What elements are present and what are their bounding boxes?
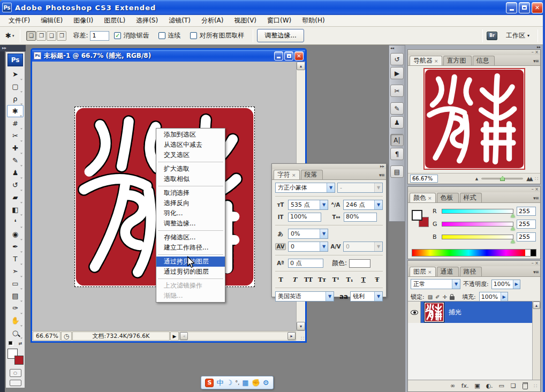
vertical-scale-input[interactable]: 100% (288, 213, 321, 222)
shape-tool[interactable]: ▭ (7, 277, 24, 290)
refine-edge-button[interactable]: 调整边缘... (257, 29, 304, 42)
context-menu-item[interactable]: 扩大选取 (156, 164, 225, 174)
tracking-select[interactable]: 0▼ (288, 242, 328, 252)
tab-close-icon[interactable]: × (428, 269, 432, 275)
anti-alias-checkbox[interactable]: ✓ 消除锯齿 (114, 31, 149, 40)
dock-collapse-icon[interactable]: ◂◂ (389, 46, 405, 51)
ime-settings[interactable]: ⚙ (263, 379, 269, 387)
ime-softkeyboard[interactable]: ▦ (242, 379, 248, 387)
menu-item[interactable]: 窗口(W) (262, 15, 297, 26)
subscript-button[interactable]: T₁ (345, 275, 354, 284)
lasso-tool[interactable]: ρ (7, 93, 24, 105)
lock-all-icon[interactable] (450, 296, 455, 300)
white-swatch[interactable] (525, 250, 531, 256)
channel-value-input[interactable] (517, 207, 536, 216)
link-layers-button[interactable]: ∞ (450, 382, 456, 389)
panel-window-controls[interactable]: – × (408, 261, 540, 266)
navigator-zoom-slider[interactable] (481, 178, 523, 179)
panel-window-controls[interactable]: – × (408, 50, 540, 55)
document-title-bar[interactable]: Ps 未标题-1 @ 66.7% (捕光, RGB/8) ✕ (32, 50, 305, 62)
context-menu-item[interactable]: 从选区中减去 (156, 140, 225, 150)
menu-item[interactable]: 滤镜(T) (163, 15, 196, 26)
resize-grip[interactable]: ∷ (297, 331, 305, 341)
layer-name[interactable]: 捕光 (449, 308, 461, 317)
move-tool[interactable]: ➤ (7, 68, 24, 80)
magic-wand-tool[interactable]: ✱ (7, 105, 24, 117)
tab-swatches[interactable]: 色板 (437, 193, 459, 202)
app-title-bar[interactable]: Ps Adobe Photoshop CS3 Extended ✕ (0, 0, 545, 15)
context-menu-item[interactable]: 取消选择 (156, 188, 225, 198)
lock-position-icon[interactable]: ✛ (443, 294, 447, 300)
marquee-tool[interactable]: ▢ (7, 80, 24, 93)
resize-grip[interactable]: ∷ (535, 176, 538, 182)
quick-mask-button[interactable] (10, 369, 21, 377)
actions-panel-button[interactable]: ▶ (390, 67, 404, 79)
zoom-in-icon[interactable]: ▲▲ (526, 176, 531, 182)
anti-alias-select[interactable]: 锐利▼ (350, 291, 383, 301)
pen-tool[interactable]: ✒ (7, 240, 24, 253)
tool-presets-panel-button[interactable]: ✂ (390, 85, 404, 97)
lock-paint-icon[interactable]: ✐ (435, 294, 440, 300)
slice-tool[interactable]: ✂ (7, 130, 24, 142)
underline-button[interactable]: T (359, 275, 368, 284)
notes-tool[interactable]: ▤ (7, 290, 24, 302)
superscript-button[interactable]: T¹ (331, 275, 340, 284)
context-menu-item[interactable]: 添加到选区 (156, 130, 225, 140)
layer-thumbnail[interactable] (424, 302, 444, 322)
context-menu-item[interactable]: 交叉选区 (156, 150, 225, 160)
tab-character[interactable]: 字符× (274, 170, 300, 179)
type-tool[interactable]: T (7, 253, 24, 265)
status-menu-arrow[interactable]: ▶ (170, 331, 179, 341)
layer-style-button[interactable]: fx. (461, 382, 469, 389)
dock-collapse-icon[interactable]: ▸▸ (405, 45, 543, 49)
checkbox[interactable]: ✓ (114, 32, 121, 39)
background-color-swatch[interactable] (14, 356, 24, 365)
spot-healing-tool[interactable]: ✚ (7, 142, 24, 154)
black-swatch[interactable] (531, 250, 536, 256)
zoom-tool[interactable]: ○ (7, 327, 24, 339)
horizontal-scale-input[interactable]: 80% (344, 213, 377, 222)
path-select-tool[interactable]: ➣ (7, 265, 24, 277)
scroll-down-icon[interactable]: ▾ (297, 322, 305, 330)
brushes-panel-button[interactable]: ✎ (390, 102, 404, 115)
scroll-right-icon[interactable]: ▸ (287, 332, 296, 340)
tab-close-icon[interactable]: × (434, 58, 438, 64)
context-menu-item[interactable]: 调整边缘... (156, 218, 225, 229)
menu-item[interactable]: 选择(S) (131, 15, 163, 26)
toolbox-collapse-header[interactable]: ▸▸ (0, 45, 26, 51)
menu-item[interactable]: 图层(L) (99, 15, 131, 26)
hand-tool[interactable]: ✋ (7, 314, 24, 327)
sample-all-layers-checkbox[interactable]: 对所有图层取样 (190, 31, 244, 40)
kerning-select[interactable]: 0▼ (343, 242, 383, 252)
slider-thumb[interactable] (511, 214, 515, 217)
minimize-button[interactable] (506, 2, 517, 13)
contiguous-checkbox[interactable]: 连续 (158, 31, 180, 40)
checkbox[interactable] (158, 32, 165, 39)
layer-row[interactable]: 捕光 (408, 301, 532, 323)
bridge-icon[interactable]: Br (487, 32, 497, 40)
dodge-tool[interactable]: ◉ (7, 228, 24, 240)
context-menu-item[interactable]: 选取相似 (156, 174, 225, 184)
scroll-left-icon[interactable]: ◂ (180, 332, 188, 340)
menu-item[interactable]: 文件(F) (3, 15, 35, 26)
eyedropper-tool[interactable]: ✑ (7, 302, 24, 314)
panel-menu-icon[interactable]: ▾≡ (379, 172, 384, 178)
all-caps-button[interactable]: TT (304, 275, 313, 284)
intersect-selection-mode[interactable]: ❒ (57, 31, 66, 41)
slider-thumb[interactable] (511, 239, 515, 243)
add-to-selection-mode[interactable]: ❐ (36, 31, 46, 41)
panel-collapse-icon[interactable]: ▸▸ (272, 164, 386, 169)
tab-close-icon[interactable]: × (428, 195, 432, 201)
clone-source-panel-button[interactable]: ♟ (390, 116, 404, 129)
context-menu-item[interactable]: 存储选区... (156, 232, 225, 243)
swap-colors-icon[interactable]: ⇄ (19, 341, 22, 346)
history-panel-button[interactable]: ↺ (390, 53, 404, 65)
ime-fullwidth-toggle[interactable]: ☽ (226, 379, 232, 387)
panel-menu-icon[interactable]: ▾≡ (533, 58, 539, 64)
brush-tool[interactable]: ✎ (7, 154, 24, 167)
new-group-button[interactable]: ▭ (498, 382, 505, 389)
layer-mask-button[interactable]: ▣ (474, 382, 481, 389)
font-size-select[interactable]: 535 点▼ (288, 200, 328, 210)
ime-mode-chinese[interactable]: 中 (216, 378, 223, 388)
color-spectrum-ramp[interactable] (412, 249, 536, 257)
